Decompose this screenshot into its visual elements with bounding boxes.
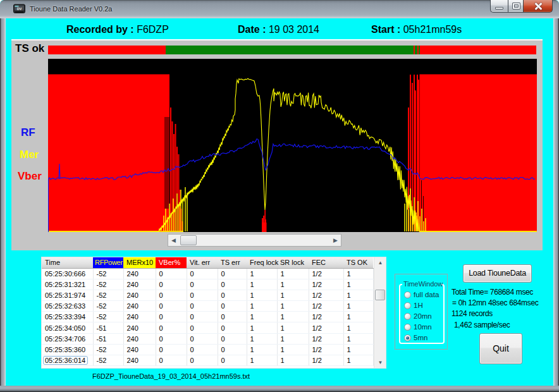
svg-text:DV: DV	[17, 7, 22, 11]
